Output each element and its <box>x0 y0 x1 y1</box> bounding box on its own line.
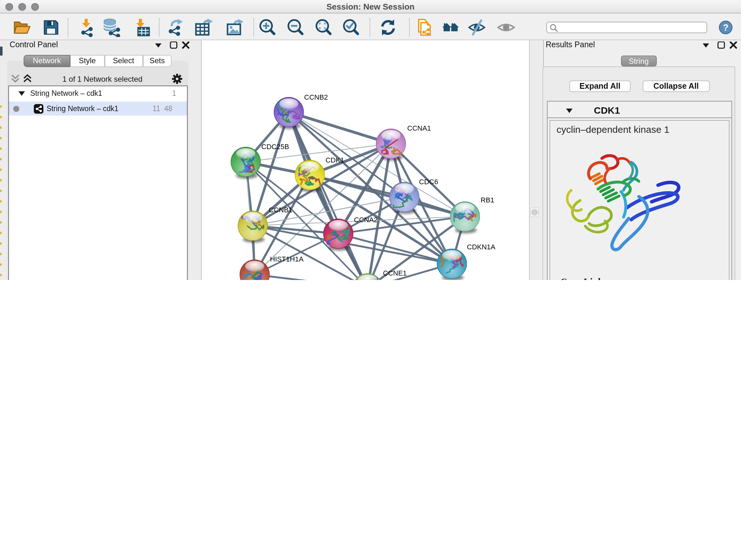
svg-text:CCNA1: CCNA1 <box>407 124 431 132</box>
svg-text:CCNB1: CCNB1 <box>269 206 293 213</box>
svg-text:?: ? <box>723 22 729 32</box>
svg-text:CCNB2: CCNB2 <box>304 93 328 101</box>
svg-text:RB1: RB1 <box>481 196 494 204</box>
svg-text:CCNA2: CCNA2 <box>354 215 378 224</box>
svg-text:HIST1H1A: HIST1H1A <box>270 255 304 263</box>
svg-text:CDKN1A: CDKN1A <box>467 243 495 251</box>
svg-text:CCNE1: CCNE1 <box>383 269 407 277</box>
svg-text:CDK1: CDK1 <box>326 156 344 164</box>
svg-text:CDC6: CDC6 <box>419 178 438 186</box>
svg-text:CDC25B: CDC25B <box>261 142 289 150</box>
